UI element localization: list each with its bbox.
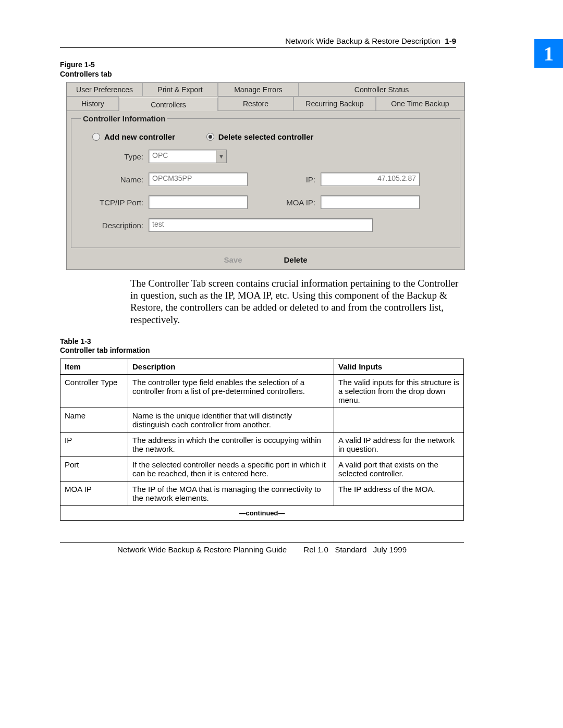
radio-delete-label: Delete selected controller [218,132,314,141]
chevron-down-icon[interactable]: ▼ [216,150,227,163]
port-label: TCP/IP Port: [81,198,149,207]
col-description: Description [128,359,334,374]
table-row: MOA IP The IP of the MOA that is managin… [60,481,464,505]
footer-date: July 1999 [373,545,407,554]
col-valid-inputs: Valid Inputs [334,359,464,374]
page-header: Network Wide Backup & Restore Descriptio… [60,36,456,48]
ip-field[interactable]: 47.105.2.87 [321,172,420,186]
table-row: Name Name is the unique identifier that … [60,408,464,432]
radio-icon [92,133,100,141]
tab-restore[interactable]: Restore [218,96,293,110]
radio-delete-controller[interactable]: Delete selected controller [206,132,314,141]
description-label: Description: [81,221,149,230]
footer-std: Standard [335,545,366,554]
save-button[interactable]: Save [224,255,242,264]
radio-add-label: Add new controller [104,132,175,141]
tab-user-preferences[interactable]: User Preferences [67,82,142,96]
page-footer: Network Wide Backup & Restore Planning G… [60,542,464,554]
table-row: Port If the selected controller needs a … [60,456,464,481]
port-field[interactable] [149,195,248,209]
controllers-tab-screenshot: User Preferences Print & Export Manage E… [66,82,465,270]
radio-add-controller[interactable]: Add new controller [92,132,175,141]
tab-manage-errors[interactable]: Manage Errors [218,82,299,96]
figure-title: Controllers tab [60,70,112,78]
footer-rel: Rel 1.0 [303,545,328,554]
body-paragraph: The Controller Tab screen contains cruci… [130,277,464,326]
moaip-field[interactable] [321,195,420,209]
controller-info-table: Item Description Valid Inputs Controller… [60,359,464,521]
col-item: Item [60,359,128,374]
table-row: Controller Type The controller type fiel… [60,374,464,408]
name-field[interactable]: OPCM35PP [149,172,248,186]
table-row: IP The address in which the controller i… [60,432,464,456]
tab-recurring-backup[interactable]: Recurring Backup [293,96,376,110]
type-select[interactable]: OPC [149,150,216,163]
table-title: Controller tab information [60,346,150,354]
chapter-badge: 1 [534,39,563,68]
tab-print-export[interactable]: Print & Export [142,82,218,96]
controller-information-fieldset: Controller Information Add new controlle… [71,114,460,248]
description-field[interactable]: test [149,218,373,232]
table-number: Table 1-3 [60,337,91,346]
moaip-label: MOA IP: [279,198,321,207]
name-label: Name: [81,175,149,184]
tab-history[interactable]: History [67,96,119,110]
header-title: Network Wide Backup & Restore Descriptio… [285,36,440,45]
tab-controllers[interactable]: Controllers [119,97,218,111]
table-continued-row: —continued— [60,505,464,520]
tab-controller-status[interactable]: Controller Status [299,82,464,96]
type-label: Type: [81,152,149,161]
footer-title: Network Wide Backup & Restore Planning G… [117,545,287,554]
header-page: 1-9 [445,36,456,45]
delete-button[interactable]: Delete [284,255,308,264]
figure-number: Figure 1-5 [60,60,95,69]
ip-label: IP: [279,175,321,184]
tab-one-time-backup[interactable]: One Time Backup [376,96,464,110]
radio-icon [206,133,214,141]
fieldset-legend: Controller Information [81,114,167,123]
